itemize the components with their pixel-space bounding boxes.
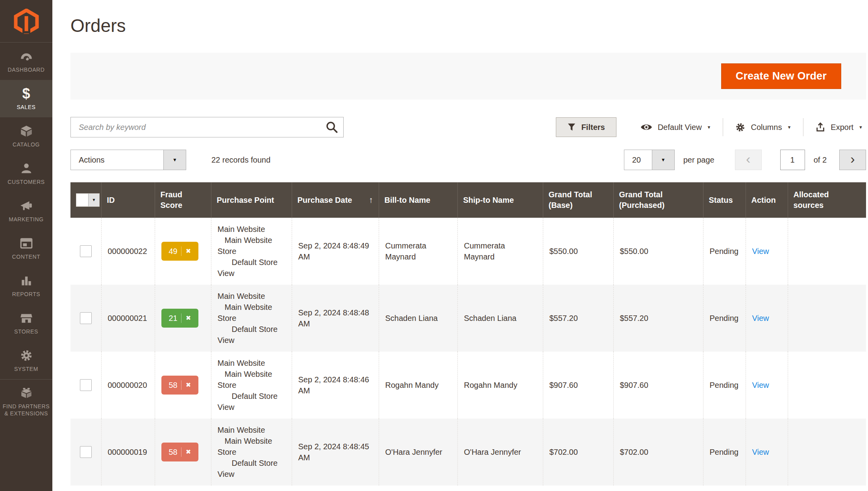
action-cell: View xyxy=(746,218,788,285)
grand-total-base-cell: $907.60 xyxy=(543,352,613,419)
view-order-link[interactable]: View xyxy=(752,448,769,456)
per-page-dropdown[interactable]: 20 ▼ xyxy=(624,150,675,170)
close-icon: ✖ xyxy=(181,247,193,256)
catalog-icon xyxy=(20,124,33,138)
page-title: Orders xyxy=(70,0,866,36)
stores-icon xyxy=(20,311,33,325)
chevron-down-icon: ▼ xyxy=(859,125,863,130)
per-page-label: per page xyxy=(683,156,714,165)
sidebar-item-reports[interactable]: Reports xyxy=(0,267,52,304)
grand-total-purchased-cell: $702.00 xyxy=(613,419,703,485)
column-header-allocated-sources[interactable]: Allocated sources xyxy=(788,182,866,218)
column-header-purchase-date[interactable]: Purchase Date ↑ xyxy=(292,182,379,218)
view-switcher[interactable]: Default View ▼ xyxy=(628,122,723,132)
select-all-checkbox[interactable] xyxy=(76,194,88,206)
purchase-date-cell: Sep 2, 2024 8:48:45 AM xyxy=(292,419,379,485)
select-all-caret[interactable]: ▼ xyxy=(88,194,99,206)
total-pages-label: of 2 xyxy=(814,156,827,165)
search-icon xyxy=(326,121,338,133)
fraud-score-badge[interactable]: 58 ✖ xyxy=(161,376,199,395)
actions-dropdown-value: Actions xyxy=(71,150,163,170)
sidebar-item-stores[interactable]: Stores xyxy=(0,304,52,342)
fraud-score-badge[interactable]: 21 ✖ xyxy=(161,309,199,328)
sidebar-item-catalog[interactable]: Catalog xyxy=(0,117,52,155)
select-all-dropdown[interactable]: ▼ xyxy=(76,193,100,207)
column-header-grand-total-base[interactable]: Grand Total (Base) xyxy=(543,182,613,218)
search-input[interactable] xyxy=(70,117,344,137)
order-id-cell: 000000021 xyxy=(101,285,155,352)
previous-page-button[interactable]: ‹ xyxy=(735,150,762,170)
grand-total-base-cell: $550.00 xyxy=(543,218,613,285)
sidebar-item-label: System xyxy=(14,365,38,372)
sidebar-item-find-partners[interactable]: Find Partners & Extensions xyxy=(0,379,52,423)
fraud-score-badge[interactable]: 58 ✖ xyxy=(161,443,199,461)
actions-dropdown[interactable]: Actions ▼ xyxy=(70,150,186,170)
main-content: Orders Create New Order Filters xyxy=(52,0,868,485)
keyword-search xyxy=(70,117,344,137)
view-label: Default View xyxy=(658,123,702,132)
sidebar-item-label: Find Partners & Extensions xyxy=(2,403,51,417)
chevron-right-icon: › xyxy=(850,152,855,165)
allocated-sources-cell xyxy=(788,285,866,352)
fraud-score-cell: 21 ✖ xyxy=(155,285,211,352)
action-cell: View xyxy=(746,285,788,352)
search-submit-button[interactable] xyxy=(326,121,338,133)
status-cell: Pending xyxy=(703,285,746,352)
sidebar-item-customers[interactable]: Customers xyxy=(0,155,52,192)
column-header-ship-to[interactable]: Ship-to Name xyxy=(457,182,543,218)
close-icon: ✖ xyxy=(181,314,193,322)
row-checkbox[interactable] xyxy=(80,312,92,324)
export-control[interactable]: Export ▼ xyxy=(803,122,866,132)
sidebar-item-content[interactable]: Content xyxy=(0,230,52,267)
actions-dropdown-caret[interactable]: ▼ xyxy=(163,150,186,170)
table-row: 000000019 58 ✖ Main Website Main Website… xyxy=(70,419,866,485)
create-new-order-button[interactable]: Create New Order xyxy=(721,63,841,89)
sort-ascending-icon: ↑ xyxy=(369,195,373,206)
table-row: 000000020 58 ✖ Main Website Main Website… xyxy=(70,352,866,419)
current-page-input[interactable] xyxy=(780,150,805,170)
purchase-date-cell: Sep 2, 2024 8:48:46 AM xyxy=(292,352,379,419)
column-header-fraud-score[interactable]: Fraud Score xyxy=(155,182,211,218)
action-cell: View xyxy=(746,352,788,419)
sidebar-item-system[interactable]: System xyxy=(0,342,52,379)
sidebar-item-label: Stores xyxy=(14,328,38,335)
table-row: 000000021 21 ✖ Main Website Main Website… xyxy=(70,285,866,352)
column-header-status[interactable]: Status xyxy=(703,182,746,218)
bill-to-cell: Cummerata Maynard xyxy=(379,218,457,285)
orders-table: ▼ ID Fraud Score Purchase Point Purchase… xyxy=(70,182,866,485)
view-order-link[interactable]: View xyxy=(752,314,769,322)
view-order-link[interactable]: View xyxy=(752,381,769,389)
row-checkbox[interactable] xyxy=(80,245,92,257)
sidebar-item-marketing[interactable]: Marketing xyxy=(0,192,52,230)
allocated-sources-cell xyxy=(788,419,866,485)
status-cell: Pending xyxy=(703,218,746,285)
filters-button[interactable]: Filters xyxy=(556,117,616,137)
grand-total-base-cell: $702.00 xyxy=(543,419,613,485)
magento-logo[interactable] xyxy=(0,0,52,43)
next-page-button[interactable]: › xyxy=(839,150,866,170)
view-order-link[interactable]: View xyxy=(752,247,769,256)
chevron-down-icon: ▼ xyxy=(707,125,711,130)
gear-icon xyxy=(735,122,746,133)
column-header-purchase-point[interactable]: Purchase Point xyxy=(211,182,292,218)
grid-toolbar: Filters Default View ▼ Columns xyxy=(556,117,866,137)
select-cell xyxy=(70,352,101,419)
fraud-score-cell: 58 ✖ xyxy=(155,352,211,419)
sidebar-item-dashboard[interactable]: Dashboard xyxy=(0,43,52,80)
columns-control[interactable]: Columns ▼ xyxy=(723,122,803,133)
row-checkbox[interactable] xyxy=(80,379,92,391)
column-header-action[interactable]: Action xyxy=(746,182,788,218)
page-actions-bar: Create New Order xyxy=(70,53,866,100)
per-page-caret[interactable]: ▼ xyxy=(652,150,674,170)
sidebar-item-label: Catalog xyxy=(13,141,40,148)
grid-controls-row: Actions ▼ 22 records found 20 ▼ per page… xyxy=(70,150,866,170)
column-header-grand-total-purchased[interactable]: Grand Total (Purchased) xyxy=(613,182,703,218)
column-header-bill-to[interactable]: Bill-to Name xyxy=(379,182,457,218)
column-header-id[interactable]: ID xyxy=(101,182,155,218)
sidebar-item-sales[interactable]: $ Sales xyxy=(0,80,52,117)
eye-icon xyxy=(640,122,653,132)
purchase-point-cell: Main Website Main Website Store Default … xyxy=(211,419,292,485)
fraud-score-badge[interactable]: 49 ✖ xyxy=(161,242,199,261)
row-checkbox[interactable] xyxy=(80,446,92,458)
purchase-point-cell: Main Website Main Website Store Default … xyxy=(211,352,292,419)
